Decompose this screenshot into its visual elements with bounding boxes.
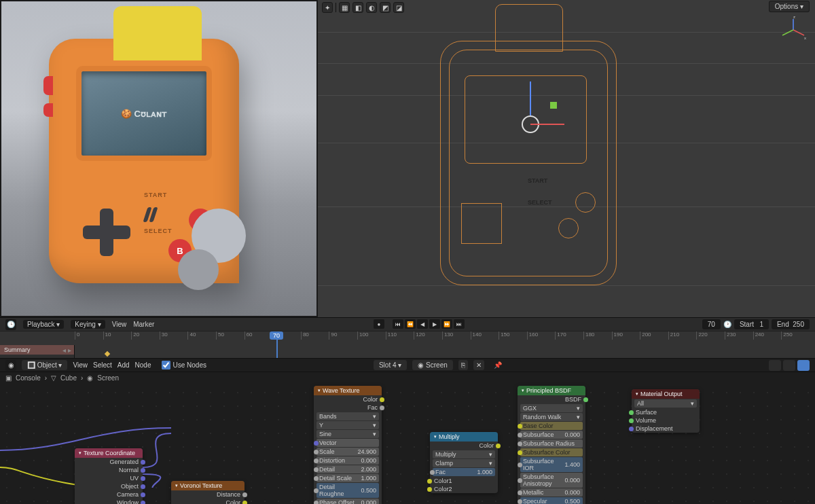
- svg-line-2: [782, 30, 793, 35]
- node-wave-texture[interactable]: Wave Texture Color Fac Bands▾Y▾Sine▾ Vec…: [314, 386, 382, 504]
- shading-mode-icon-2[interactable]: [783, 360, 795, 371]
- editor-type-icon[interactable]: ◉: [5, 360, 16, 371]
- ne-menu-add[interactable]: Add: [117, 361, 130, 369]
- play-rev-icon[interactable]: ◀: [417, 319, 428, 329]
- node-material-output[interactable]: Material Output All▾ SurfaceVolumeDispla…: [632, 389, 700, 433]
- wave-slider[interactable]: Vector: [316, 439, 379, 447]
- options-dropdown[interactable]: Options ▾: [769, 1, 810, 12]
- timeline-tick: 40: [187, 331, 216, 340]
- jump-start-icon[interactable]: ⏮: [393, 319, 403, 329]
- bsdf-param[interactable]: Specular0.500: [520, 497, 583, 504]
- node-multiply[interactable]: Multiply Color Multiply▾Clamp▾ Fac1.000 …: [430, 432, 498, 493]
- mode-icon-3[interactable]: ◐: [366, 2, 377, 13]
- jump-end-icon[interactable]: ⏭: [454, 319, 465, 329]
- timeline-clock-icon[interactable]: 🕒: [5, 319, 16, 330]
- render-viewport[interactable]: 🍪 Cʊʟᴀɴᴛ START SELECT A B: [0, 0, 318, 317]
- cursor-tool-icon[interactable]: ✦: [322, 2, 333, 13]
- start-frame-field[interactable]: Start 1: [734, 319, 769, 329]
- selection-marker: [550, 102, 557, 109]
- socket-color[interactable]: Color: [171, 499, 244, 504]
- ne-menu-node[interactable]: Node: [135, 361, 151, 369]
- bc-console-icon: ▣: [5, 374, 12, 382]
- socket-object[interactable]: Object: [75, 482, 143, 490]
- next-key-icon[interactable]: ⏩: [441, 319, 452, 329]
- view-menu[interactable]: View: [112, 321, 127, 328]
- socket-normal[interactable]: Normal: [75, 466, 143, 474]
- current-frame-field[interactable]: 70: [702, 319, 721, 329]
- marker-menu[interactable]: Marker: [133, 321, 154, 328]
- bsdf-field[interactable]: GGX▾: [520, 404, 583, 412]
- wave-field[interactable]: Y▾: [316, 421, 379, 429]
- keying-menu[interactable]: Keying ▾: [71, 320, 105, 329]
- timeline-tick: 110: [386, 331, 414, 340]
- bsdf-param[interactable]: Subsurface Radius: [520, 439, 583, 448]
- socket-window[interactable]: Window: [75, 499, 143, 504]
- object-mode-dropdown[interactable]: 🔳 Object ▾: [22, 360, 67, 370]
- mode-icon[interactable]: ▦: [339, 2, 350, 13]
- bsdf-param[interactable]: Subsurface Color: [520, 448, 583, 456]
- mult-slider[interactable]: Fac1.000: [433, 468, 495, 476]
- mult-field[interactable]: Clamp▾: [433, 459, 495, 467]
- transport-controls: ● ⏮ ⏪ ◀ ▶ ⏩ ⏭: [374, 319, 465, 329]
- ne-menu-select[interactable]: Select: [93, 361, 112, 369]
- timeline-tick: 20: [131, 331, 160, 340]
- ne-menu-view[interactable]: View: [73, 361, 88, 369]
- output-input[interactable]: Displacement: [632, 425, 700, 433]
- mult-field[interactable]: Multiply▾: [433, 450, 495, 458]
- playback-menu[interactable]: Playback ▾: [23, 320, 64, 329]
- bsdf-param[interactable]: Subsurface Anisotropy0.000: [520, 473, 583, 488]
- wave-slider[interactable]: Detail2.000: [316, 465, 379, 473]
- axis-gizmo-icon[interactable]: zx: [780, 16, 807, 43]
- bsdf-param[interactable]: Base Color: [520, 422, 583, 430]
- timeline-tick: 80: [301, 331, 329, 340]
- socket-camera[interactable]: Camera: [75, 490, 143, 499]
- socket-distance[interactable]: Distance: [171, 490, 244, 499]
- wave-slider[interactable]: Phase Offset0.000: [316, 499, 379, 504]
- bsdf-param[interactable]: Metallic0.000: [520, 488, 583, 497]
- wave-slider[interactable]: Distortion0.000: [316, 456, 379, 465]
- mode-icon-4[interactable]: ◩: [380, 2, 391, 13]
- slot-dropdown[interactable]: Slot 4 ▾: [374, 360, 407, 370]
- 3d-viewport[interactable]: ✦ ▦ ◧ ◐ ◩ ◪ Options ▾ zx START SELECT: [318, 0, 815, 317]
- output-input[interactable]: Volume: [632, 416, 700, 425]
- timeline-tick: 140: [471, 331, 499, 340]
- pin-icon[interactable]: 📌: [494, 361, 502, 369]
- node-principled-bsdf[interactable]: Principled BSDF BSDF GGX▾Random Walk▾ Ba…: [518, 386, 585, 504]
- bsdf-field[interactable]: Random Walk▾: [520, 413, 583, 421]
- wave-slider[interactable]: Detail Roughne0.500: [316, 483, 379, 498]
- wave-field[interactable]: Bands▾: [316, 412, 379, 420]
- socket-generated[interactable]: Generated: [75, 458, 143, 466]
- wave-slider[interactable]: Scale24.900: [316, 448, 379, 456]
- time-icon[interactable]: 🕑: [723, 321, 731, 328]
- mult-input[interactable]: Color2: [430, 485, 498, 493]
- timeline-ruler[interactable]: Summary ◂ ▸ 0102030405060708090100110120…: [0, 331, 815, 358]
- timeline-tick: 200: [640, 331, 668, 340]
- material-field[interactable]: ◉ Screen: [412, 360, 452, 370]
- transform-gizmo[interactable]: [522, 115, 539, 133]
- node-texture-coordinate[interactable]: Texture Coordinate GeneratedNormalUVObje…: [75, 448, 143, 504]
- prev-key-icon[interactable]: ⏪: [405, 319, 416, 329]
- node-voronoi-texture[interactable]: Voronoi Texture DistanceColorPosition: [171, 481, 244, 504]
- node-canvas[interactable]: Texture Coordinate GeneratedNormalUVObje…: [0, 386, 815, 504]
- mode-icon-2[interactable]: ◧: [352, 2, 363, 13]
- shading-mode-icon-3[interactable]: [797, 360, 810, 371]
- timeline-tick: 100: [357, 331, 386, 340]
- output-input[interactable]: Surface: [632, 408, 700, 416]
- play-icon[interactable]: ▶: [429, 319, 440, 329]
- end-frame-field[interactable]: End 250: [772, 319, 810, 329]
- socket-uv[interactable]: UV: [75, 474, 143, 482]
- bsdf-param[interactable]: Subsurface0.000: [520, 431, 583, 439]
- material-new-icon[interactable]: ✕: [473, 360, 484, 370]
- wave-field[interactable]: Sine▾: [316, 430, 379, 438]
- mode-icon-5[interactable]: ◪: [393, 2, 404, 13]
- timeline-tick: 60: [244, 331, 273, 340]
- auto-key-icon[interactable]: ●: [374, 319, 384, 329]
- mult-input[interactable]: Color1: [430, 477, 498, 485]
- material-browse-icon[interactable]: ⎘: [458, 360, 468, 370]
- wave-slider[interactable]: Detail Scale1.000: [316, 474, 379, 482]
- shading-mode-icon[interactable]: [769, 360, 781, 371]
- playhead[interactable]: 70: [276, 331, 278, 358]
- use-nodes-checkbox[interactable]: Use Nodes: [162, 361, 206, 370]
- timeline-tick: 50: [216, 331, 244, 340]
- bsdf-param[interactable]: Subsurface IOR1.400: [520, 457, 583, 472]
